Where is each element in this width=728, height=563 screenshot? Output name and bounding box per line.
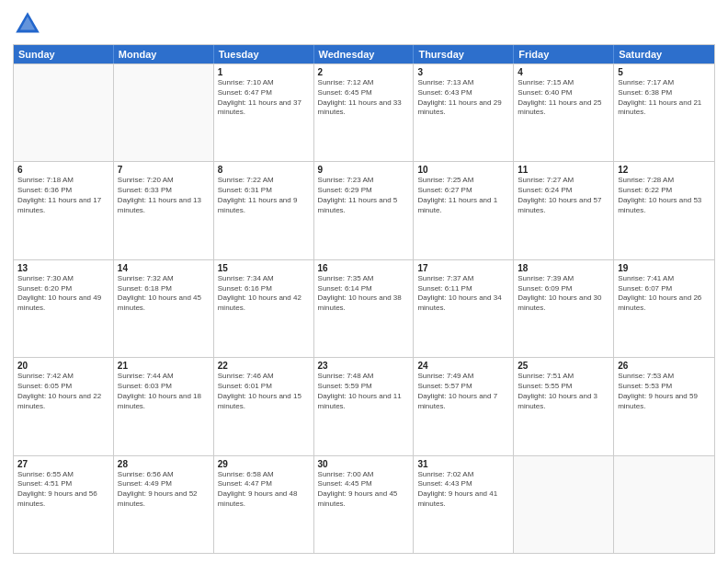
day-detail: Sunrise: 7:32 AMSunset: 6:18 PMDaylight:… bbox=[118, 274, 210, 314]
weekday-header-friday: Friday bbox=[514, 45, 614, 63]
day-number: 9 bbox=[318, 165, 410, 175]
day-number: 16 bbox=[318, 263, 410, 273]
day-detail: Sunrise: 7:39 AMSunset: 6:09 PMDaylight:… bbox=[518, 274, 609, 314]
day-cell-12: 12Sunrise: 7:28 AMSunset: 6:22 PMDayligh… bbox=[614, 162, 714, 259]
day-detail: Sunrise: 7:27 AMSunset: 6:24 PMDaylight:… bbox=[518, 176, 609, 215]
day-detail: Sunrise: 7:10 AMSunset: 6:47 PMDaylight:… bbox=[218, 78, 310, 118]
day-number: 28 bbox=[118, 459, 210, 469]
week-row-2: 6Sunrise: 7:18 AMSunset: 6:36 PMDaylight… bbox=[14, 161, 714, 259]
day-detail: Sunrise: 7:35 AMSunset: 6:14 PMDaylight:… bbox=[318, 274, 410, 314]
day-cell-23: 23Sunrise: 7:48 AMSunset: 5:59 PMDayligh… bbox=[314, 358, 415, 454]
week-row-4: 20Sunrise: 7:42 AMSunset: 6:05 PMDayligh… bbox=[14, 357, 714, 454]
day-number: 7 bbox=[118, 165, 210, 175]
day-number: 10 bbox=[417, 165, 509, 175]
day-number: 4 bbox=[518, 67, 609, 77]
day-cell-16: 16Sunrise: 7:35 AMSunset: 6:14 PMDayligh… bbox=[314, 260, 415, 357]
weekday-header-tuesday: Tuesday bbox=[214, 45, 314, 63]
day-cell-31: 31Sunrise: 7:02 AMSunset: 4:43 PMDayligh… bbox=[414, 456, 514, 553]
day-number: 15 bbox=[218, 263, 310, 273]
empty-cell bbox=[614, 456, 714, 553]
day-number: 1 bbox=[218, 67, 310, 77]
weekday-header-monday: Monday bbox=[114, 45, 214, 63]
day-cell-5: 5Sunrise: 7:17 AMSunset: 6:38 PMDaylight… bbox=[614, 64, 714, 161]
day-detail: Sunrise: 7:28 AMSunset: 6:22 PMDaylight:… bbox=[618, 176, 711, 215]
day-cell-1: 1Sunrise: 7:10 AMSunset: 6:47 PMDaylight… bbox=[214, 64, 314, 161]
day-number: 25 bbox=[518, 361, 609, 371]
day-cell-24: 24Sunrise: 7:49 AMSunset: 5:57 PMDayligh… bbox=[414, 358, 514, 454]
day-cell-14: 14Sunrise: 7:32 AMSunset: 6:18 PMDayligh… bbox=[114, 260, 214, 357]
day-cell-8: 8Sunrise: 7:22 AMSunset: 6:31 PMDaylight… bbox=[214, 162, 314, 259]
day-cell-28: 28Sunrise: 6:56 AMSunset: 4:49 PMDayligh… bbox=[114, 456, 214, 553]
day-number: 11 bbox=[518, 165, 609, 175]
day-number: 3 bbox=[417, 67, 509, 77]
day-number: 19 bbox=[618, 263, 711, 273]
day-detail: Sunrise: 7:17 AMSunset: 6:38 PMDaylight:… bbox=[618, 78, 711, 118]
day-cell-22: 22Sunrise: 7:46 AMSunset: 6:01 PMDayligh… bbox=[214, 358, 314, 454]
day-number: 6 bbox=[17, 165, 109, 175]
day-detail: Sunrise: 7:00 AMSunset: 4:45 PMDaylight:… bbox=[318, 470, 410, 510]
week-row-3: 13Sunrise: 7:30 AMSunset: 6:20 PMDayligh… bbox=[14, 259, 714, 357]
calendar-header: SundayMondayTuesdayWednesdayThursdayFrid… bbox=[14, 45, 714, 63]
weekday-header-sunday: Sunday bbox=[14, 45, 114, 63]
day-number: 21 bbox=[118, 361, 210, 371]
day-number: 31 bbox=[417, 459, 509, 469]
day-cell-6: 6Sunrise: 7:18 AMSunset: 6:36 PMDaylight… bbox=[14, 162, 114, 259]
day-detail: Sunrise: 7:20 AMSunset: 6:33 PMDaylight:… bbox=[118, 176, 210, 215]
day-cell-21: 21Sunrise: 7:44 AMSunset: 6:03 PMDayligh… bbox=[114, 358, 214, 454]
day-detail: Sunrise: 7:51 AMSunset: 5:55 PMDaylight:… bbox=[518, 372, 609, 411]
weekday-header-wednesday: Wednesday bbox=[314, 45, 415, 63]
day-detail: Sunrise: 7:48 AMSunset: 5:59 PMDaylight:… bbox=[318, 372, 410, 411]
day-number: 22 bbox=[218, 361, 310, 371]
day-detail: Sunrise: 7:25 AMSunset: 6:27 PMDaylight:… bbox=[417, 176, 509, 215]
day-detail: Sunrise: 7:37 AMSunset: 6:11 PMDaylight:… bbox=[417, 274, 509, 314]
day-cell-17: 17Sunrise: 7:37 AMSunset: 6:11 PMDayligh… bbox=[414, 260, 514, 357]
day-number: 20 bbox=[17, 361, 109, 371]
day-detail: Sunrise: 7:34 AMSunset: 6:16 PMDaylight:… bbox=[218, 274, 310, 314]
day-number: 17 bbox=[417, 263, 509, 273]
day-detail: Sunrise: 7:02 AMSunset: 4:43 PMDaylight:… bbox=[417, 470, 509, 510]
day-detail: Sunrise: 7:44 AMSunset: 6:03 PMDaylight:… bbox=[118, 372, 210, 411]
day-cell-3: 3Sunrise: 7:13 AMSunset: 6:43 PMDaylight… bbox=[414, 64, 514, 161]
weekday-header-saturday: Saturday bbox=[614, 45, 714, 63]
day-cell-29: 29Sunrise: 6:58 AMSunset: 4:47 PMDayligh… bbox=[214, 456, 314, 553]
day-detail: Sunrise: 6:55 AMSunset: 4:51 PMDaylight:… bbox=[17, 470, 109, 510]
day-number: 8 bbox=[218, 165, 310, 175]
day-cell-9: 9Sunrise: 7:23 AMSunset: 6:29 PMDaylight… bbox=[314, 162, 415, 259]
day-detail: Sunrise: 7:41 AMSunset: 6:07 PMDaylight:… bbox=[618, 274, 711, 314]
day-number: 5 bbox=[618, 67, 711, 77]
day-detail: Sunrise: 7:12 AMSunset: 6:45 PMDaylight:… bbox=[318, 78, 410, 118]
day-cell-15: 15Sunrise: 7:34 AMSunset: 6:16 PMDayligh… bbox=[214, 260, 314, 357]
day-detail: Sunrise: 7:23 AMSunset: 6:29 PMDaylight:… bbox=[318, 176, 410, 215]
day-detail: Sunrise: 7:46 AMSunset: 6:01 PMDaylight:… bbox=[218, 372, 310, 411]
day-detail: Sunrise: 7:13 AMSunset: 6:43 PMDaylight:… bbox=[417, 78, 509, 118]
day-number: 2 bbox=[318, 67, 410, 77]
day-number: 18 bbox=[518, 263, 609, 273]
day-number: 23 bbox=[318, 361, 410, 371]
weekday-header-thursday: Thursday bbox=[414, 45, 514, 63]
day-detail: Sunrise: 7:18 AMSunset: 6:36 PMDaylight:… bbox=[17, 176, 109, 215]
day-cell-11: 11Sunrise: 7:27 AMSunset: 6:24 PMDayligh… bbox=[514, 162, 614, 259]
calendar-body: 1Sunrise: 7:10 AMSunset: 6:47 PMDaylight… bbox=[14, 63, 714, 553]
week-row-1: 1Sunrise: 7:10 AMSunset: 6:47 PMDaylight… bbox=[14, 63, 714, 161]
day-cell-2: 2Sunrise: 7:12 AMSunset: 6:45 PMDaylight… bbox=[314, 64, 415, 161]
day-cell-25: 25Sunrise: 7:51 AMSunset: 5:55 PMDayligh… bbox=[514, 358, 614, 454]
empty-cell bbox=[14, 64, 114, 161]
logo-icon bbox=[13, 9, 42, 39]
day-cell-20: 20Sunrise: 7:42 AMSunset: 6:05 PMDayligh… bbox=[14, 358, 114, 454]
day-number: 30 bbox=[318, 459, 410, 469]
header bbox=[13, 9, 715, 39]
page: SundayMondayTuesdayWednesdayThursdayFrid… bbox=[0, 0, 728, 563]
day-detail: Sunrise: 7:15 AMSunset: 6:40 PMDaylight:… bbox=[518, 78, 609, 118]
day-detail: Sunrise: 6:58 AMSunset: 4:47 PMDaylight:… bbox=[218, 470, 310, 510]
week-row-5: 27Sunrise: 6:55 AMSunset: 4:51 PMDayligh… bbox=[14, 455, 714, 553]
empty-cell bbox=[114, 64, 214, 161]
day-cell-27: 27Sunrise: 6:55 AMSunset: 4:51 PMDayligh… bbox=[14, 456, 114, 553]
day-detail: Sunrise: 7:49 AMSunset: 5:57 PMDaylight:… bbox=[417, 372, 509, 411]
day-number: 13 bbox=[17, 263, 109, 273]
calendar: SundayMondayTuesdayWednesdayThursdayFrid… bbox=[13, 44, 715, 554]
day-number: 12 bbox=[618, 165, 711, 175]
day-cell-18: 18Sunrise: 7:39 AMSunset: 6:09 PMDayligh… bbox=[514, 260, 614, 357]
day-number: 27 bbox=[17, 459, 109, 469]
day-detail: Sunrise: 7:30 AMSunset: 6:20 PMDaylight:… bbox=[17, 274, 109, 314]
day-number: 29 bbox=[218, 459, 310, 469]
